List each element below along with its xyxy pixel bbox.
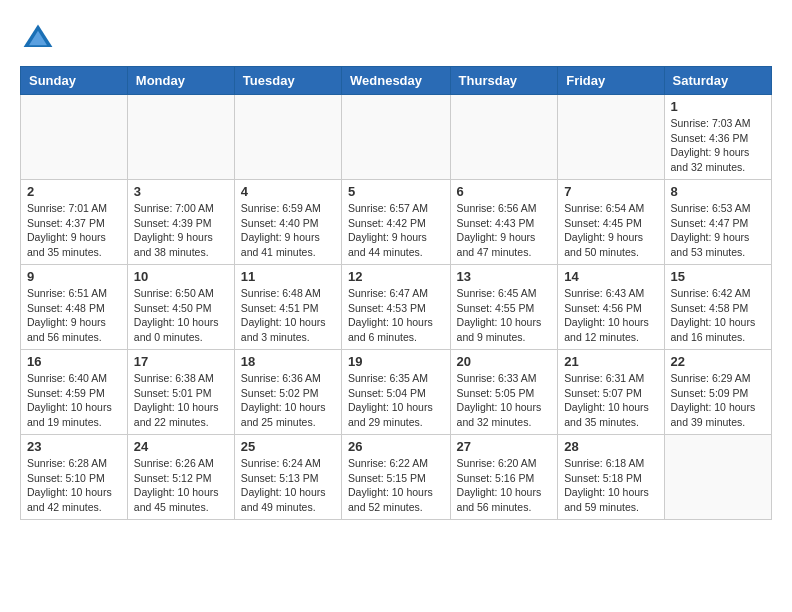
week-row-4: 16Sunrise: 6:40 AM Sunset: 4:59 PM Dayli… bbox=[21, 350, 772, 435]
day-number: 2 bbox=[27, 184, 121, 199]
day-number: 3 bbox=[134, 184, 228, 199]
day-number: 16 bbox=[27, 354, 121, 369]
calendar-cell: 21Sunrise: 6:31 AM Sunset: 5:07 PM Dayli… bbox=[558, 350, 664, 435]
day-header-monday: Monday bbox=[127, 67, 234, 95]
day-info: Sunrise: 6:29 AM Sunset: 5:09 PM Dayligh… bbox=[671, 371, 765, 430]
calendar-cell: 25Sunrise: 6:24 AM Sunset: 5:13 PM Dayli… bbox=[234, 435, 341, 520]
calendar-cell bbox=[234, 95, 341, 180]
calendar-cell: 9Sunrise: 6:51 AM Sunset: 4:48 PM Daylig… bbox=[21, 265, 128, 350]
calendar-cell: 24Sunrise: 6:26 AM Sunset: 5:12 PM Dayli… bbox=[127, 435, 234, 520]
calendar-cell bbox=[558, 95, 664, 180]
logo-icon bbox=[20, 20, 56, 56]
day-number: 27 bbox=[457, 439, 552, 454]
calendar-cell: 4Sunrise: 6:59 AM Sunset: 4:40 PM Daylig… bbox=[234, 180, 341, 265]
day-number: 25 bbox=[241, 439, 335, 454]
day-number: 11 bbox=[241, 269, 335, 284]
calendar-cell: 7Sunrise: 6:54 AM Sunset: 4:45 PM Daylig… bbox=[558, 180, 664, 265]
day-number: 26 bbox=[348, 439, 444, 454]
calendar-cell: 28Sunrise: 6:18 AM Sunset: 5:18 PM Dayli… bbox=[558, 435, 664, 520]
calendar-cell: 20Sunrise: 6:33 AM Sunset: 5:05 PM Dayli… bbox=[450, 350, 558, 435]
day-info: Sunrise: 6:24 AM Sunset: 5:13 PM Dayligh… bbox=[241, 456, 335, 515]
day-info: Sunrise: 6:28 AM Sunset: 5:10 PM Dayligh… bbox=[27, 456, 121, 515]
day-header-tuesday: Tuesday bbox=[234, 67, 341, 95]
day-info: Sunrise: 6:20 AM Sunset: 5:16 PM Dayligh… bbox=[457, 456, 552, 515]
calendar-cell: 3Sunrise: 7:00 AM Sunset: 4:39 PM Daylig… bbox=[127, 180, 234, 265]
calendar-cell: 19Sunrise: 6:35 AM Sunset: 5:04 PM Dayli… bbox=[342, 350, 451, 435]
day-number: 8 bbox=[671, 184, 765, 199]
calendar-cell: 1Sunrise: 7:03 AM Sunset: 4:36 PM Daylig… bbox=[664, 95, 771, 180]
page-header bbox=[20, 20, 772, 56]
day-number: 4 bbox=[241, 184, 335, 199]
calendar-cell bbox=[21, 95, 128, 180]
day-header-wednesday: Wednesday bbox=[342, 67, 451, 95]
day-number: 24 bbox=[134, 439, 228, 454]
day-info: Sunrise: 6:56 AM Sunset: 4:43 PM Dayligh… bbox=[457, 201, 552, 260]
calendar-cell: 14Sunrise: 6:43 AM Sunset: 4:56 PM Dayli… bbox=[558, 265, 664, 350]
day-info: Sunrise: 7:01 AM Sunset: 4:37 PM Dayligh… bbox=[27, 201, 121, 260]
day-number: 7 bbox=[564, 184, 657, 199]
week-row-1: 1Sunrise: 7:03 AM Sunset: 4:36 PM Daylig… bbox=[21, 95, 772, 180]
day-info: Sunrise: 6:42 AM Sunset: 4:58 PM Dayligh… bbox=[671, 286, 765, 345]
calendar-cell bbox=[342, 95, 451, 180]
day-number: 18 bbox=[241, 354, 335, 369]
day-info: Sunrise: 6:47 AM Sunset: 4:53 PM Dayligh… bbox=[348, 286, 444, 345]
calendar-cell: 23Sunrise: 6:28 AM Sunset: 5:10 PM Dayli… bbox=[21, 435, 128, 520]
day-info: Sunrise: 6:18 AM Sunset: 5:18 PM Dayligh… bbox=[564, 456, 657, 515]
calendar-cell: 15Sunrise: 6:42 AM Sunset: 4:58 PM Dayli… bbox=[664, 265, 771, 350]
calendar-cell: 17Sunrise: 6:38 AM Sunset: 5:01 PM Dayli… bbox=[127, 350, 234, 435]
day-number: 6 bbox=[457, 184, 552, 199]
day-number: 1 bbox=[671, 99, 765, 114]
day-info: Sunrise: 7:03 AM Sunset: 4:36 PM Dayligh… bbox=[671, 116, 765, 175]
day-header-friday: Friday bbox=[558, 67, 664, 95]
day-info: Sunrise: 6:59 AM Sunset: 4:40 PM Dayligh… bbox=[241, 201, 335, 260]
day-info: Sunrise: 6:54 AM Sunset: 4:45 PM Dayligh… bbox=[564, 201, 657, 260]
day-number: 17 bbox=[134, 354, 228, 369]
calendar-cell: 8Sunrise: 6:53 AM Sunset: 4:47 PM Daylig… bbox=[664, 180, 771, 265]
day-info: Sunrise: 6:38 AM Sunset: 5:01 PM Dayligh… bbox=[134, 371, 228, 430]
calendar-header-row: SundayMondayTuesdayWednesdayThursdayFrid… bbox=[21, 67, 772, 95]
day-number: 10 bbox=[134, 269, 228, 284]
day-info: Sunrise: 6:45 AM Sunset: 4:55 PM Dayligh… bbox=[457, 286, 552, 345]
calendar-cell: 26Sunrise: 6:22 AM Sunset: 5:15 PM Dayli… bbox=[342, 435, 451, 520]
calendar-cell: 16Sunrise: 6:40 AM Sunset: 4:59 PM Dayli… bbox=[21, 350, 128, 435]
week-row-3: 9Sunrise: 6:51 AM Sunset: 4:48 PM Daylig… bbox=[21, 265, 772, 350]
day-info: Sunrise: 6:48 AM Sunset: 4:51 PM Dayligh… bbox=[241, 286, 335, 345]
day-info: Sunrise: 6:31 AM Sunset: 5:07 PM Dayligh… bbox=[564, 371, 657, 430]
day-number: 23 bbox=[27, 439, 121, 454]
day-number: 9 bbox=[27, 269, 121, 284]
calendar-cell: 10Sunrise: 6:50 AM Sunset: 4:50 PM Dayli… bbox=[127, 265, 234, 350]
calendar-cell: 13Sunrise: 6:45 AM Sunset: 4:55 PM Dayli… bbox=[450, 265, 558, 350]
calendar-cell: 22Sunrise: 6:29 AM Sunset: 5:09 PM Dayli… bbox=[664, 350, 771, 435]
week-row-2: 2Sunrise: 7:01 AM Sunset: 4:37 PM Daylig… bbox=[21, 180, 772, 265]
day-header-sunday: Sunday bbox=[21, 67, 128, 95]
calendar-cell: 5Sunrise: 6:57 AM Sunset: 4:42 PM Daylig… bbox=[342, 180, 451, 265]
day-number: 21 bbox=[564, 354, 657, 369]
calendar-cell: 12Sunrise: 6:47 AM Sunset: 4:53 PM Dayli… bbox=[342, 265, 451, 350]
day-info: Sunrise: 6:35 AM Sunset: 5:04 PM Dayligh… bbox=[348, 371, 444, 430]
day-info: Sunrise: 6:33 AM Sunset: 5:05 PM Dayligh… bbox=[457, 371, 552, 430]
day-info: Sunrise: 6:40 AM Sunset: 4:59 PM Dayligh… bbox=[27, 371, 121, 430]
day-info: Sunrise: 6:36 AM Sunset: 5:02 PM Dayligh… bbox=[241, 371, 335, 430]
week-row-5: 23Sunrise: 6:28 AM Sunset: 5:10 PM Dayli… bbox=[21, 435, 772, 520]
day-info: Sunrise: 6:50 AM Sunset: 4:50 PM Dayligh… bbox=[134, 286, 228, 345]
day-number: 22 bbox=[671, 354, 765, 369]
day-info: Sunrise: 6:57 AM Sunset: 4:42 PM Dayligh… bbox=[348, 201, 444, 260]
calendar-cell: 18Sunrise: 6:36 AM Sunset: 5:02 PM Dayli… bbox=[234, 350, 341, 435]
day-number: 19 bbox=[348, 354, 444, 369]
day-number: 12 bbox=[348, 269, 444, 284]
calendar-cell: 11Sunrise: 6:48 AM Sunset: 4:51 PM Dayli… bbox=[234, 265, 341, 350]
calendar-cell: 6Sunrise: 6:56 AM Sunset: 4:43 PM Daylig… bbox=[450, 180, 558, 265]
day-info: Sunrise: 6:53 AM Sunset: 4:47 PM Dayligh… bbox=[671, 201, 765, 260]
day-header-saturday: Saturday bbox=[664, 67, 771, 95]
day-number: 15 bbox=[671, 269, 765, 284]
logo bbox=[20, 20, 60, 56]
calendar-cell bbox=[664, 435, 771, 520]
day-info: Sunrise: 7:00 AM Sunset: 4:39 PM Dayligh… bbox=[134, 201, 228, 260]
day-info: Sunrise: 6:26 AM Sunset: 5:12 PM Dayligh… bbox=[134, 456, 228, 515]
day-number: 14 bbox=[564, 269, 657, 284]
day-number: 13 bbox=[457, 269, 552, 284]
day-header-thursday: Thursday bbox=[450, 67, 558, 95]
day-number: 20 bbox=[457, 354, 552, 369]
calendar-cell bbox=[450, 95, 558, 180]
calendar-cell: 2Sunrise: 7:01 AM Sunset: 4:37 PM Daylig… bbox=[21, 180, 128, 265]
